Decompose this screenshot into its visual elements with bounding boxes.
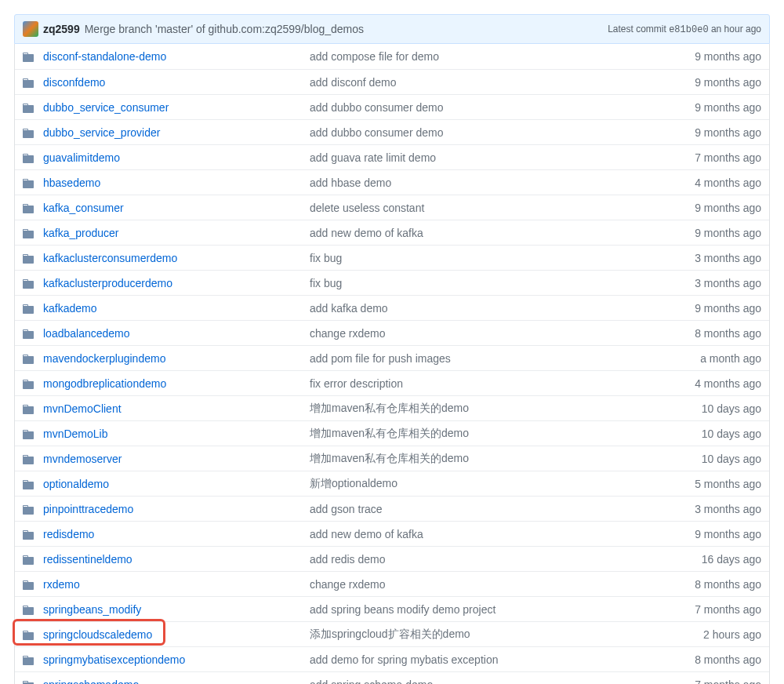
file-name-link[interactable]: dubbo_service_provider (43, 126, 310, 139)
file-name-link[interactable]: disconfdemo (43, 76, 310, 89)
file-age: 3 months ago (687, 503, 761, 515)
folder-icon (23, 177, 35, 188)
file-name-link[interactable]: kafkaclusterconsumerdemo (43, 252, 310, 264)
folder-icon (23, 478, 35, 489)
table-row: kafka_produceradd new demo of kafka9 mon… (15, 220, 769, 245)
file-age: 8 months ago (687, 653, 761, 666)
file-commit-message[interactable]: 添加springcloud扩容相关的demo (310, 628, 695, 642)
file-name-link[interactable]: mongodbreplicationdemo (43, 377, 310, 390)
file-name-link[interactable]: springcloudscaledemo (43, 628, 310, 641)
file-name-link[interactable]: kafka_producer (43, 227, 310, 239)
commit-author[interactable]: zq2599 (43, 23, 80, 35)
file-age: a month ago (692, 352, 761, 365)
table-row: rxdemochange rxdemo8 months ago (15, 571, 769, 596)
folder-icon (23, 303, 35, 314)
table-row: hbasedemoadd hbase demo4 months ago (15, 169, 769, 195)
file-commit-message[interactable]: add demo for spring mybatis exception (310, 653, 687, 666)
file-commit-message[interactable]: delete useless constant (310, 202, 687, 214)
file-commit-message[interactable]: 增加maven私有仓库相关的demo (310, 452, 694, 466)
file-name-link[interactable]: mavendockerplugindemo (43, 352, 310, 365)
avatar[interactable] (23, 21, 38, 37)
file-name-link[interactable]: pinpointtracedemo (43, 503, 310, 515)
table-row: optionaldemo新增optionaldemo5 months ago (15, 471, 769, 496)
file-commit-message[interactable]: 新增optionaldemo (310, 477, 687, 491)
file-commit-message[interactable]: add hbase demo (310, 176, 687, 189)
file-commit-message[interactable]: add redis demo (310, 553, 694, 566)
file-age: 9 months ago (687, 227, 761, 239)
file-commit-message[interactable]: 增加maven私有仓库相关的demo (310, 427, 694, 441)
file-commit-message[interactable]: change rxdemo (310, 327, 687, 340)
file-name-link[interactable]: dubbo_service_consumer (43, 101, 310, 114)
folder-icon (23, 679, 35, 685)
file-commit-message[interactable]: add new demo of kafka (310, 528, 687, 540)
file-name-link[interactable]: optionaldemo (43, 478, 310, 490)
file-name-link[interactable]: kafkaclusterproducerdemo (43, 277, 310, 289)
commit-hash[interactable]: e81b0e0 (669, 24, 708, 35)
file-name-link[interactable]: loadbalancedemo (43, 327, 310, 340)
file-commit-message[interactable]: 增加maven私有仓库相关的demo (310, 402, 694, 416)
file-name-link[interactable]: mvndemoserver (43, 453, 310, 465)
table-row: redissentineldemoadd redis demo16 days a… (15, 546, 769, 571)
folder-icon (23, 127, 35, 138)
file-commit-message[interactable]: change rxdemo (310, 578, 687, 591)
folder-icon (23, 77, 35, 88)
file-age: 9 months ago (687, 528, 761, 540)
file-name-link[interactable]: redisdemo (43, 528, 310, 540)
file-commit-message[interactable]: add spring beans modify demo project (310, 603, 687, 616)
table-row: springmybatisexceptiondemoadd demo for s… (15, 646, 769, 671)
file-commit-message[interactable]: add guava rate limit demo (310, 151, 687, 164)
table-row: guavalimitdemoadd guava rate limit demo7… (15, 144, 769, 169)
file-commit-message[interactable]: add spring schema demo (310, 679, 687, 685)
folder-icon (23, 579, 35, 590)
file-name-link[interactable]: kafka_consumer (43, 202, 310, 214)
folder-icon (23, 227, 35, 238)
file-name-link[interactable]: mvnDemoClient (43, 402, 310, 415)
folder-icon (23, 453, 35, 464)
table-row: kafkaclusterconsumerdemofix bug3 months … (15, 245, 769, 270)
file-age: 10 days ago (694, 428, 761, 440)
table-row: mongodbreplicationdemofix error descript… (15, 370, 769, 395)
file-commit-message[interactable]: add new demo of kafka (310, 227, 687, 239)
file-name-link[interactable]: hbasedemo (43, 176, 310, 189)
file-name-link[interactable]: mvnDemoLib (43, 428, 310, 440)
folder-icon (23, 202, 35, 213)
latest-commit-label: Latest commit (608, 24, 666, 35)
file-name-link[interactable]: springbeans_modify (43, 603, 310, 616)
table-row: kafka_consumerdelete useless constant9 m… (15, 195, 769, 220)
file-age: 16 days ago (694, 553, 761, 566)
folder-icon (23, 604, 35, 615)
file-commit-message[interactable]: add dubbo consumer demo (310, 101, 687, 114)
file-age: 3 months ago (687, 252, 761, 264)
folder-icon (23, 51, 35, 62)
commit-meta: Latest commit e81b0e0 an hour ago (608, 24, 761, 35)
file-commit-message[interactable]: add pom file for push images (310, 352, 692, 365)
table-row: kafkaclusterproducerdemofix bug3 months … (15, 270, 769, 295)
file-name-link[interactable]: springmybatisexceptiondemo (43, 653, 310, 666)
file-commit-message[interactable]: add dubbo consumer demo (310, 126, 687, 139)
file-name-link[interactable]: kafkademo (43, 302, 310, 315)
file-commit-message[interactable]: add gson trace (310, 503, 687, 515)
folder-icon (23, 102, 35, 113)
file-commit-message[interactable]: add compose file for demo (310, 50, 687, 63)
table-row: springschemademoadd spring schema demo7 … (15, 671, 769, 684)
table-row: kafkademoadd kafka demo9 months ago (15, 295, 769, 320)
file-name-link[interactable]: springschemademo (43, 679, 310, 685)
file-name-link[interactable]: guavalimitdemo (43, 151, 310, 164)
file-commit-message[interactable]: fix bug (310, 252, 687, 264)
commit-message[interactable]: Merge branch 'master' of github.com:zq25… (85, 23, 608, 35)
file-commit-message[interactable]: add disconf demo (310, 76, 687, 89)
file-age: 9 months ago (687, 302, 761, 315)
file-name-link[interactable]: rxdemo (43, 578, 310, 591)
folder-icon (23, 353, 35, 364)
table-row: disconf-standalone-demoadd compose file … (15, 44, 769, 69)
file-name-link[interactable]: disconf-standalone-demo (43, 50, 310, 63)
folder-icon (23, 253, 35, 264)
table-row: loadbalancedemochange rxdemo8 months ago (15, 320, 769, 345)
file-age: 5 months ago (687, 478, 761, 490)
file-name-link[interactable]: redissentineldemo (43, 553, 310, 566)
file-commit-message[interactable]: fix bug (310, 277, 687, 289)
file-commit-message[interactable]: add kafka demo (310, 302, 687, 315)
file-commit-message[interactable]: fix error description (310, 377, 687, 390)
file-age: 2 hours ago (695, 628, 761, 641)
table-row: disconfdemoadd disconf demo9 months ago (15, 69, 769, 94)
